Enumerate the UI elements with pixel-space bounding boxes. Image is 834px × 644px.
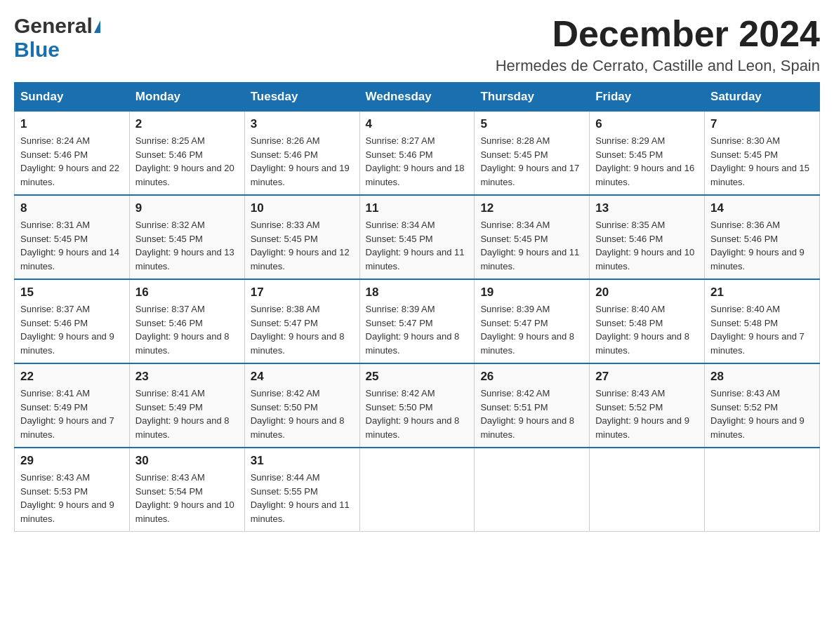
table-row: 13 Sunrise: 8:35 AMSunset: 5:46 PMDaylig… xyxy=(590,195,705,279)
table-row: 8 Sunrise: 8:31 AMSunset: 5:45 PMDayligh… xyxy=(15,195,130,279)
day-number: 3 xyxy=(251,117,354,131)
calendar-header-row: Sunday Monday Tuesday Wednesday Thursday… xyxy=(15,83,820,112)
table-row: 20 Sunrise: 8:40 AMSunset: 5:48 PMDaylig… xyxy=(590,279,705,363)
day-info: Sunrise: 8:34 AMSunset: 5:45 PMDaylight:… xyxy=(366,220,465,271)
header-saturday: Saturday xyxy=(705,83,820,112)
day-info: Sunrise: 8:43 AMSunset: 5:52 PMDaylight:… xyxy=(595,388,689,440)
calendar-week-row: 22 Sunrise: 8:41 AMSunset: 5:49 PMDaylig… xyxy=(15,363,820,448)
day-number: 6 xyxy=(595,117,699,131)
table-row: 26 Sunrise: 8:42 AMSunset: 5:51 PMDaylig… xyxy=(475,363,590,448)
calendar-week-row: 1 Sunrise: 8:24 AMSunset: 5:46 PMDayligh… xyxy=(15,112,820,196)
table-row: 21 Sunrise: 8:40 AMSunset: 5:48 PMDaylig… xyxy=(705,279,820,363)
day-info: Sunrise: 8:36 AMSunset: 5:46 PMDaylight:… xyxy=(710,220,805,271)
calendar-week-row: 15 Sunrise: 8:37 AMSunset: 5:46 PMDaylig… xyxy=(15,279,820,363)
day-number: 13 xyxy=(595,201,699,215)
day-info: Sunrise: 8:34 AMSunset: 5:45 PMDaylight:… xyxy=(480,220,579,271)
day-info: Sunrise: 8:41 AMSunset: 5:49 PMDaylight:… xyxy=(20,388,114,440)
table-row: 28 Sunrise: 8:43 AMSunset: 5:52 PMDaylig… xyxy=(705,363,820,448)
day-info: Sunrise: 8:43 AMSunset: 5:54 PMDaylight:… xyxy=(135,472,234,524)
day-number: 8 xyxy=(20,201,124,215)
logo-blue-text: Blue xyxy=(14,38,60,62)
day-info: Sunrise: 8:37 AMSunset: 5:46 PMDaylight:… xyxy=(135,304,230,356)
day-number: 9 xyxy=(135,201,239,215)
table-row: 10 Sunrise: 8:33 AMSunset: 5:45 PMDaylig… xyxy=(244,195,359,279)
table-row: 25 Sunrise: 8:42 AMSunset: 5:50 PMDaylig… xyxy=(359,363,475,448)
day-number: 12 xyxy=(480,201,583,215)
table-row xyxy=(359,448,475,532)
day-info: Sunrise: 8:43 AMSunset: 5:53 PMDaylight:… xyxy=(20,472,114,524)
table-row: 17 Sunrise: 8:38 AMSunset: 5:47 PMDaylig… xyxy=(244,279,359,363)
day-info: Sunrise: 8:26 AMSunset: 5:46 PMDaylight:… xyxy=(251,135,350,187)
day-number: 24 xyxy=(251,370,354,384)
header-thursday: Thursday xyxy=(475,83,590,112)
day-number: 15 xyxy=(20,286,124,300)
table-row: 5 Sunrise: 8:28 AMSunset: 5:45 PMDayligh… xyxy=(475,112,590,196)
table-row: 12 Sunrise: 8:34 AMSunset: 5:45 PMDaylig… xyxy=(475,195,590,279)
table-row xyxy=(705,448,820,532)
day-number: 17 xyxy=(251,286,354,300)
day-number: 14 xyxy=(710,201,814,215)
day-info: Sunrise: 8:24 AMSunset: 5:46 PMDaylight:… xyxy=(20,135,119,187)
day-info: Sunrise: 8:42 AMSunset: 5:51 PMDaylight:… xyxy=(480,388,574,440)
table-row xyxy=(475,448,590,532)
table-row: 19 Sunrise: 8:39 AMSunset: 5:47 PMDaylig… xyxy=(475,279,590,363)
table-row: 2 Sunrise: 8:25 AMSunset: 5:46 PMDayligh… xyxy=(129,112,244,196)
table-row: 30 Sunrise: 8:43 AMSunset: 5:54 PMDaylig… xyxy=(129,448,244,532)
day-number: 28 xyxy=(710,370,814,384)
day-number: 21 xyxy=(710,286,814,300)
calendar-week-row: 29 Sunrise: 8:43 AMSunset: 5:53 PMDaylig… xyxy=(15,448,820,532)
day-info: Sunrise: 8:42 AMSunset: 5:50 PMDaylight:… xyxy=(251,388,345,440)
day-number: 19 xyxy=(480,286,583,300)
table-row: 29 Sunrise: 8:43 AMSunset: 5:53 PMDaylig… xyxy=(15,448,130,532)
day-number: 20 xyxy=(595,286,699,300)
table-row xyxy=(590,448,705,532)
table-row: 6 Sunrise: 8:29 AMSunset: 5:45 PMDayligh… xyxy=(590,112,705,196)
day-info: Sunrise: 8:29 AMSunset: 5:45 PMDaylight:… xyxy=(595,135,694,187)
day-info: Sunrise: 8:28 AMSunset: 5:45 PMDaylight:… xyxy=(480,135,579,187)
header-wednesday: Wednesday xyxy=(359,83,475,112)
month-title: December 2024 xyxy=(496,14,820,54)
day-info: Sunrise: 8:33 AMSunset: 5:45 PMDaylight:… xyxy=(251,220,350,271)
day-number: 10 xyxy=(251,201,354,215)
day-info: Sunrise: 8:35 AMSunset: 5:46 PMDaylight:… xyxy=(595,220,694,271)
day-number: 16 xyxy=(135,286,239,300)
day-info: Sunrise: 8:40 AMSunset: 5:48 PMDaylight:… xyxy=(710,304,805,356)
table-row: 7 Sunrise: 8:30 AMSunset: 5:45 PMDayligh… xyxy=(705,112,820,196)
day-info: Sunrise: 8:41 AMSunset: 5:49 PMDaylight:… xyxy=(135,388,230,440)
table-row: 9 Sunrise: 8:32 AMSunset: 5:45 PMDayligh… xyxy=(129,195,244,279)
day-number: 5 xyxy=(480,117,583,131)
header-sunday: Sunday xyxy=(15,83,130,112)
table-row: 15 Sunrise: 8:37 AMSunset: 5:46 PMDaylig… xyxy=(15,279,130,363)
table-row: 4 Sunrise: 8:27 AMSunset: 5:46 PMDayligh… xyxy=(359,112,475,196)
day-number: 26 xyxy=(480,370,583,384)
table-row: 22 Sunrise: 8:41 AMSunset: 5:49 PMDaylig… xyxy=(15,363,130,448)
day-number: 4 xyxy=(366,117,469,131)
day-info: Sunrise: 8:30 AMSunset: 5:45 PMDaylight:… xyxy=(710,135,809,187)
header-monday: Monday xyxy=(129,83,244,112)
logo-triangle-icon xyxy=(94,20,100,33)
day-info: Sunrise: 8:42 AMSunset: 5:50 PMDaylight:… xyxy=(366,388,460,440)
day-info: Sunrise: 8:44 AMSunset: 5:55 PMDaylight:… xyxy=(251,472,350,524)
day-number: 30 xyxy=(135,454,239,468)
day-number: 2 xyxy=(135,117,239,131)
day-info: Sunrise: 8:37 AMSunset: 5:46 PMDaylight:… xyxy=(20,304,114,356)
calendar-week-row: 8 Sunrise: 8:31 AMSunset: 5:45 PMDayligh… xyxy=(15,195,820,279)
day-number: 18 xyxy=(366,286,469,300)
day-number: 27 xyxy=(595,370,699,384)
day-number: 1 xyxy=(20,117,124,131)
day-info: Sunrise: 8:32 AMSunset: 5:45 PMDaylight:… xyxy=(135,220,234,271)
day-number: 23 xyxy=(135,370,239,384)
day-info: Sunrise: 8:27 AMSunset: 5:46 PMDaylight:… xyxy=(366,135,465,187)
logo: General Blue xyxy=(14,14,100,62)
header-tuesday: Tuesday xyxy=(244,83,359,112)
table-row: 1 Sunrise: 8:24 AMSunset: 5:46 PMDayligh… xyxy=(15,112,130,196)
table-row: 14 Sunrise: 8:36 AMSunset: 5:46 PMDaylig… xyxy=(705,195,820,279)
day-info: Sunrise: 8:39 AMSunset: 5:47 PMDaylight:… xyxy=(366,304,460,356)
table-row: 23 Sunrise: 8:41 AMSunset: 5:49 PMDaylig… xyxy=(129,363,244,448)
day-number: 11 xyxy=(366,201,469,215)
day-info: Sunrise: 8:39 AMSunset: 5:47 PMDaylight:… xyxy=(480,304,574,356)
page-header: General Blue December 2024 Hermedes de C… xyxy=(14,14,820,75)
day-number: 22 xyxy=(20,370,124,384)
day-number: 31 xyxy=(251,454,354,468)
day-info: Sunrise: 8:38 AMSunset: 5:47 PMDaylight:… xyxy=(251,304,345,356)
